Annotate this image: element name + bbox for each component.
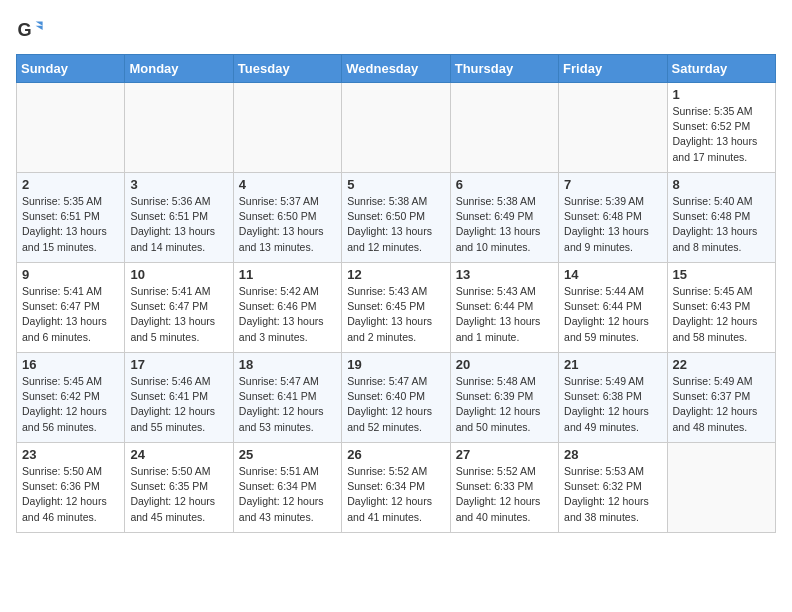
- day-number: 15: [673, 267, 770, 282]
- day-cell: 17Sunrise: 5:46 AM Sunset: 6:41 PM Dayli…: [125, 353, 233, 443]
- day-cell: [559, 83, 667, 173]
- day-number: 3: [130, 177, 227, 192]
- day-info: Sunrise: 5:37 AM Sunset: 6:50 PM Dayligh…: [239, 194, 336, 255]
- day-info: Sunrise: 5:46 AM Sunset: 6:41 PM Dayligh…: [130, 374, 227, 435]
- day-info: Sunrise: 5:42 AM Sunset: 6:46 PM Dayligh…: [239, 284, 336, 345]
- day-cell: 13Sunrise: 5:43 AM Sunset: 6:44 PM Dayli…: [450, 263, 558, 353]
- day-cell: 2Sunrise: 5:35 AM Sunset: 6:51 PM Daylig…: [17, 173, 125, 263]
- week-row-3: 9Sunrise: 5:41 AM Sunset: 6:47 PM Daylig…: [17, 263, 776, 353]
- header-row: SundayMondayTuesdayWednesdayThursdayFrid…: [17, 55, 776, 83]
- day-info: Sunrise: 5:45 AM Sunset: 6:42 PM Dayligh…: [22, 374, 119, 435]
- day-info: Sunrise: 5:47 AM Sunset: 6:41 PM Dayligh…: [239, 374, 336, 435]
- day-cell: 18Sunrise: 5:47 AM Sunset: 6:41 PM Dayli…: [233, 353, 341, 443]
- day-cell: 9Sunrise: 5:41 AM Sunset: 6:47 PM Daylig…: [17, 263, 125, 353]
- day-cell: [233, 83, 341, 173]
- day-cell: 24Sunrise: 5:50 AM Sunset: 6:35 PM Dayli…: [125, 443, 233, 533]
- day-header-friday: Friday: [559, 55, 667, 83]
- day-number: 14: [564, 267, 661, 282]
- day-number: 7: [564, 177, 661, 192]
- day-info: Sunrise: 5:41 AM Sunset: 6:47 PM Dayligh…: [22, 284, 119, 345]
- day-cell: 8Sunrise: 5:40 AM Sunset: 6:48 PM Daylig…: [667, 173, 775, 263]
- day-cell: 14Sunrise: 5:44 AM Sunset: 6:44 PM Dayli…: [559, 263, 667, 353]
- day-cell: 22Sunrise: 5:49 AM Sunset: 6:37 PM Dayli…: [667, 353, 775, 443]
- day-number: 17: [130, 357, 227, 372]
- day-cell: 1Sunrise: 5:35 AM Sunset: 6:52 PM Daylig…: [667, 83, 775, 173]
- day-header-monday: Monday: [125, 55, 233, 83]
- day-cell: 10Sunrise: 5:41 AM Sunset: 6:47 PM Dayli…: [125, 263, 233, 353]
- day-number: 6: [456, 177, 553, 192]
- day-header-tuesday: Tuesday: [233, 55, 341, 83]
- day-number: 12: [347, 267, 444, 282]
- day-cell: 28Sunrise: 5:53 AM Sunset: 6:32 PM Dayli…: [559, 443, 667, 533]
- day-number: 25: [239, 447, 336, 462]
- day-info: Sunrise: 5:52 AM Sunset: 6:34 PM Dayligh…: [347, 464, 444, 525]
- week-row-2: 2Sunrise: 5:35 AM Sunset: 6:51 PM Daylig…: [17, 173, 776, 263]
- day-info: Sunrise: 5:40 AM Sunset: 6:48 PM Dayligh…: [673, 194, 770, 255]
- day-cell: 15Sunrise: 5:45 AM Sunset: 6:43 PM Dayli…: [667, 263, 775, 353]
- day-number: 27: [456, 447, 553, 462]
- day-cell: 23Sunrise: 5:50 AM Sunset: 6:36 PM Dayli…: [17, 443, 125, 533]
- day-info: Sunrise: 5:51 AM Sunset: 6:34 PM Dayligh…: [239, 464, 336, 525]
- day-cell: 12Sunrise: 5:43 AM Sunset: 6:45 PM Dayli…: [342, 263, 450, 353]
- day-info: Sunrise: 5:38 AM Sunset: 6:50 PM Dayligh…: [347, 194, 444, 255]
- day-cell: 11Sunrise: 5:42 AM Sunset: 6:46 PM Dayli…: [233, 263, 341, 353]
- logo: G: [16, 16, 48, 44]
- day-info: Sunrise: 5:50 AM Sunset: 6:35 PM Dayligh…: [130, 464, 227, 525]
- week-row-5: 23Sunrise: 5:50 AM Sunset: 6:36 PM Dayli…: [17, 443, 776, 533]
- day-info: Sunrise: 5:45 AM Sunset: 6:43 PM Dayligh…: [673, 284, 770, 345]
- day-number: 2: [22, 177, 119, 192]
- day-cell: 25Sunrise: 5:51 AM Sunset: 6:34 PM Dayli…: [233, 443, 341, 533]
- day-cell: 16Sunrise: 5:45 AM Sunset: 6:42 PM Dayli…: [17, 353, 125, 443]
- day-info: Sunrise: 5:39 AM Sunset: 6:48 PM Dayligh…: [564, 194, 661, 255]
- day-header-thursday: Thursday: [450, 55, 558, 83]
- day-info: Sunrise: 5:35 AM Sunset: 6:51 PM Dayligh…: [22, 194, 119, 255]
- day-info: Sunrise: 5:48 AM Sunset: 6:39 PM Dayligh…: [456, 374, 553, 435]
- day-cell: 21Sunrise: 5:49 AM Sunset: 6:38 PM Dayli…: [559, 353, 667, 443]
- day-number: 11: [239, 267, 336, 282]
- calendar-table: SundayMondayTuesdayWednesdayThursdayFrid…: [16, 54, 776, 533]
- day-cell: 5Sunrise: 5:38 AM Sunset: 6:50 PM Daylig…: [342, 173, 450, 263]
- logo-icon: G: [16, 16, 44, 44]
- day-header-sunday: Sunday: [17, 55, 125, 83]
- svg-marker-2: [36, 26, 43, 30]
- day-cell: 27Sunrise: 5:52 AM Sunset: 6:33 PM Dayli…: [450, 443, 558, 533]
- day-cell: 20Sunrise: 5:48 AM Sunset: 6:39 PM Dayli…: [450, 353, 558, 443]
- day-cell: 4Sunrise: 5:37 AM Sunset: 6:50 PM Daylig…: [233, 173, 341, 263]
- day-info: Sunrise: 5:35 AM Sunset: 6:52 PM Dayligh…: [673, 104, 770, 165]
- day-number: 26: [347, 447, 444, 462]
- day-number: 21: [564, 357, 661, 372]
- day-info: Sunrise: 5:44 AM Sunset: 6:44 PM Dayligh…: [564, 284, 661, 345]
- week-row-1: 1Sunrise: 5:35 AM Sunset: 6:52 PM Daylig…: [17, 83, 776, 173]
- day-info: Sunrise: 5:50 AM Sunset: 6:36 PM Dayligh…: [22, 464, 119, 525]
- day-number: 28: [564, 447, 661, 462]
- day-number: 20: [456, 357, 553, 372]
- day-info: Sunrise: 5:53 AM Sunset: 6:32 PM Dayligh…: [564, 464, 661, 525]
- day-number: 13: [456, 267, 553, 282]
- svg-text:G: G: [17, 20, 31, 40]
- day-number: 1: [673, 87, 770, 102]
- day-info: Sunrise: 5:47 AM Sunset: 6:40 PM Dayligh…: [347, 374, 444, 435]
- day-number: 8: [673, 177, 770, 192]
- day-cell: [17, 83, 125, 173]
- day-number: 10: [130, 267, 227, 282]
- day-cell: 7Sunrise: 5:39 AM Sunset: 6:48 PM Daylig…: [559, 173, 667, 263]
- day-cell: 6Sunrise: 5:38 AM Sunset: 6:49 PM Daylig…: [450, 173, 558, 263]
- page-header: G: [16, 16, 776, 44]
- day-cell: [342, 83, 450, 173]
- day-number: 18: [239, 357, 336, 372]
- day-number: 19: [347, 357, 444, 372]
- day-cell: [667, 443, 775, 533]
- day-header-saturday: Saturday: [667, 55, 775, 83]
- day-number: 16: [22, 357, 119, 372]
- day-info: Sunrise: 5:43 AM Sunset: 6:45 PM Dayligh…: [347, 284, 444, 345]
- day-info: Sunrise: 5:41 AM Sunset: 6:47 PM Dayligh…: [130, 284, 227, 345]
- day-info: Sunrise: 5:49 AM Sunset: 6:38 PM Dayligh…: [564, 374, 661, 435]
- day-info: Sunrise: 5:52 AM Sunset: 6:33 PM Dayligh…: [456, 464, 553, 525]
- day-number: 5: [347, 177, 444, 192]
- day-cell: 3Sunrise: 5:36 AM Sunset: 6:51 PM Daylig…: [125, 173, 233, 263]
- day-info: Sunrise: 5:43 AM Sunset: 6:44 PM Dayligh…: [456, 284, 553, 345]
- day-cell: 19Sunrise: 5:47 AM Sunset: 6:40 PM Dayli…: [342, 353, 450, 443]
- day-number: 24: [130, 447, 227, 462]
- day-cell: [450, 83, 558, 173]
- day-cell: [125, 83, 233, 173]
